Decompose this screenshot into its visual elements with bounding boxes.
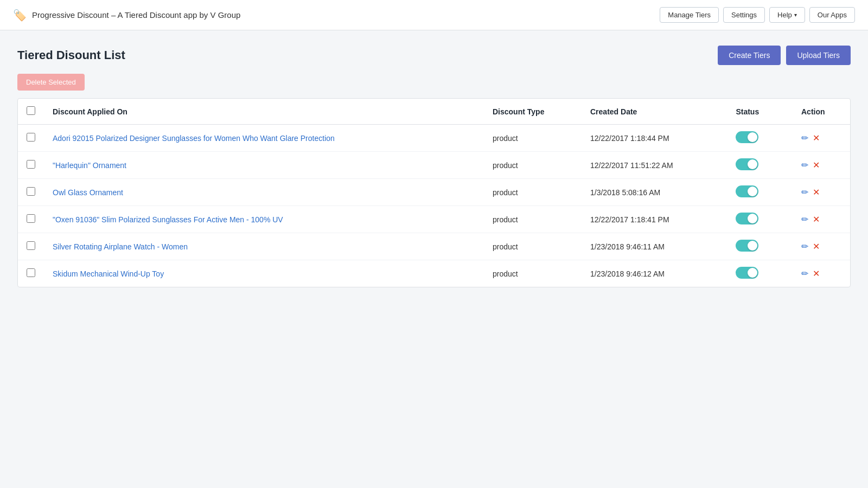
- action-icons-6: ✏ ✕: [801, 268, 841, 279]
- app-title: Progressive Discount – A Tiered Discount…: [32, 10, 240, 20]
- edit-button-3[interactable]: ✏: [801, 187, 808, 197]
- row-action-cell: ✏ ✕: [793, 125, 850, 152]
- status-toggle-4[interactable]: [736, 213, 758, 224]
- status-toggle-1[interactable]: [736, 131, 758, 143]
- status-toggle-6[interactable]: [736, 267, 758, 279]
- edit-button-4[interactable]: ✏: [801, 214, 808, 224]
- select-all-checkbox[interactable]: [27, 106, 35, 115]
- table-row: Skidum Mechanical Wind-Up Toy product 1/…: [18, 260, 850, 287]
- row-name-cell: Silver Rotating Airplane Watch - Women: [44, 233, 484, 260]
- row-action-cell: ✏ ✕: [793, 179, 850, 206]
- row-type-cell: product: [484, 206, 582, 233]
- delete-button-5[interactable]: ✕: [813, 241, 820, 252]
- product-link-3[interactable]: Owl Glass Ornament: [53, 188, 123, 197]
- app-icon: 🏷️: [13, 9, 27, 22]
- col-header-action: Action: [793, 99, 850, 125]
- help-label: Help: [777, 11, 792, 19]
- row-status-cell: [727, 206, 793, 233]
- product-link-4[interactable]: "Oxen 91036" Slim Polarized Sunglasses F…: [53, 215, 283, 224]
- discount-table-container: Discount Applied On Discount Type Create…: [17, 98, 851, 287]
- table-row: "Oxen 91036" Slim Polarized Sunglasses F…: [18, 206, 850, 233]
- row-date-cell: 12/22/2017 11:51:22 AM: [582, 152, 727, 179]
- row-name-cell: Skidum Mechanical Wind-Up Toy: [44, 260, 484, 287]
- delete-button-6[interactable]: ✕: [813, 268, 820, 279]
- action-icons-1: ✏ ✕: [801, 133, 841, 143]
- action-icons-2: ✏ ✕: [801, 160, 841, 170]
- product-link-6[interactable]: Skidum Mechanical Wind-Up Toy: [53, 269, 164, 278]
- row-status-cell: [727, 125, 793, 152]
- app-branding: 🏷️ Progressive Discount – A Tiered Disco…: [13, 9, 240, 22]
- row-status-cell: [727, 179, 793, 206]
- row-checkbox-4[interactable]: [27, 214, 35, 223]
- edit-button-2[interactable]: ✏: [801, 160, 808, 170]
- table-row: Adori 92015 Polarized Designer Sunglasse…: [18, 125, 850, 152]
- create-tiers-button[interactable]: Create Tiers: [718, 46, 781, 65]
- action-icons-5: ✏ ✕: [801, 241, 841, 252]
- row-action-cell: ✏ ✕: [793, 233, 850, 260]
- row-checkbox-3[interactable]: [27, 187, 35, 196]
- toggle-slider-4: [736, 213, 758, 224]
- row-name-cell: Adori 92015 Polarized Designer Sunglasse…: [44, 125, 484, 152]
- product-link-5[interactable]: Silver Rotating Airplane Watch - Women: [53, 242, 188, 251]
- delete-button-2[interactable]: ✕: [813, 160, 820, 170]
- row-checkbox-5[interactable]: [27, 241, 35, 250]
- col-header-created-date: Created Date: [582, 99, 727, 125]
- help-button[interactable]: Help ▾: [769, 7, 805, 23]
- row-action-cell: ✏ ✕: [793, 206, 850, 233]
- row-checkbox-cell: [18, 179, 44, 206]
- page-actions: Create Tiers Upload Tiers: [718, 46, 851, 65]
- delete-button-3[interactable]: ✕: [813, 187, 820, 197]
- col-header-discount-applied-on: Discount Applied On: [44, 99, 484, 125]
- delete-button-1[interactable]: ✕: [813, 133, 820, 143]
- row-name-cell: "Harlequin" Ornament: [44, 152, 484, 179]
- row-name-cell: Owl Glass Ornament: [44, 179, 484, 206]
- our-apps-button[interactable]: Our Apps: [809, 7, 855, 23]
- row-type-cell: product: [484, 152, 582, 179]
- col-header-status: Status: [727, 99, 793, 125]
- delete-selected-button[interactable]: Delete Selected: [17, 74, 85, 91]
- row-checkbox-cell: [18, 233, 44, 260]
- row-type-cell: product: [484, 233, 582, 260]
- product-link-2[interactable]: "Harlequin" Ornament: [53, 161, 126, 170]
- edit-button-6[interactable]: ✏: [801, 268, 808, 279]
- row-date-cell: 12/22/2017 1:18:41 PM: [582, 206, 727, 233]
- row-checkbox-cell: [18, 260, 44, 287]
- row-checkbox-1[interactable]: [27, 133, 35, 142]
- delete-button-4[interactable]: ✕: [813, 214, 820, 224]
- row-date-cell: 12/22/2017 1:18:44 PM: [582, 125, 727, 152]
- status-toggle-3[interactable]: [736, 185, 758, 197]
- row-status-cell: [727, 152, 793, 179]
- table-header-row: Discount Applied On Discount Type Create…: [18, 99, 850, 125]
- product-link-1[interactable]: Adori 92015 Polarized Designer Sunglasse…: [53, 134, 335, 143]
- row-type-cell: product: [484, 179, 582, 206]
- row-action-cell: ✏ ✕: [793, 152, 850, 179]
- chevron-down-icon: ▾: [794, 12, 797, 18]
- row-status-cell: [727, 233, 793, 260]
- row-type-cell: product: [484, 125, 582, 152]
- col-header-checkbox: [18, 99, 44, 125]
- manage-tiers-button[interactable]: Manage Tiers: [660, 7, 719, 23]
- discount-table: Discount Applied On Discount Type Create…: [18, 99, 850, 287]
- edit-button-1[interactable]: ✏: [801, 133, 808, 143]
- toggle-slider-2: [736, 158, 758, 170]
- edit-button-5[interactable]: ✏: [801, 241, 808, 252]
- row-checkbox-cell: [18, 206, 44, 233]
- page-title: Tiered Disount List: [17, 48, 125, 62]
- action-icons-3: ✏ ✕: [801, 187, 841, 197]
- table-row: Owl Glass Ornament product 1/3/2018 5:08…: [18, 179, 850, 206]
- row-checkbox-2[interactable]: [27, 160, 35, 169]
- settings-button[interactable]: Settings: [723, 7, 765, 23]
- status-toggle-5[interactable]: [736, 240, 758, 252]
- row-checkbox-cell: [18, 125, 44, 152]
- action-icons-4: ✏ ✕: [801, 214, 841, 224]
- header-nav: Manage Tiers Settings Help ▾ Our Apps: [660, 7, 855, 23]
- upload-tiers-button[interactable]: Upload Tiers: [786, 46, 851, 65]
- row-date-cell: 1/23/2018 9:46:11 AM: [582, 233, 727, 260]
- row-checkbox-6[interactable]: [27, 268, 35, 277]
- status-toggle-2[interactable]: [736, 158, 758, 170]
- row-name-cell: "Oxen 91036" Slim Polarized Sunglasses F…: [44, 206, 484, 233]
- row-date-cell: 1/23/2018 9:46:12 AM: [582, 260, 727, 287]
- page-header: Tiered Disount List Create Tiers Upload …: [17, 46, 851, 65]
- toggle-slider-5: [736, 240, 758, 252]
- col-header-discount-type: Discount Type: [484, 99, 582, 125]
